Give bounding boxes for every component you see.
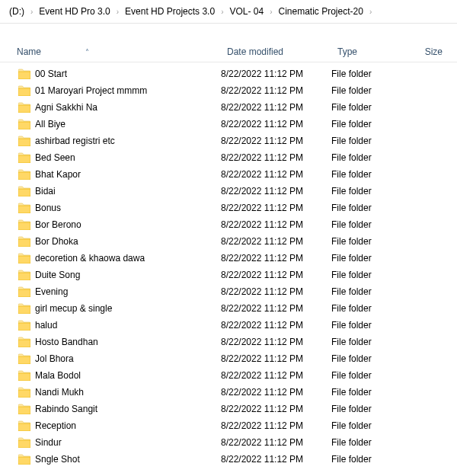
folder-icon — [18, 370, 30, 381]
file-name-label: Duite Song — [35, 270, 80, 280]
file-name-label: Sindur — [35, 437, 62, 448]
folder-icon — [18, 219, 30, 230]
file-name-label: Bhat Kapor — [35, 169, 81, 180]
column-header-date-label: Date modified — [227, 46, 283, 57]
file-row[interactable]: 00 Start8/22/2022 11:12 PMFile folder — [15, 65, 457, 82]
file-type-cell: File folder — [331, 454, 411, 465]
file-row[interactable]: Bed Seen8/22/2022 11:12 PMFile folder — [15, 149, 457, 166]
file-row[interactable]: Evening8/22/2022 11:12 PMFile folder — [15, 283, 457, 300]
folder-icon — [18, 353, 30, 364]
file-name-cell: Nandi Mukh — [15, 387, 221, 398]
file-name-cell: Evening — [15, 286, 221, 297]
folder-icon — [18, 387, 30, 398]
file-row[interactable]: Bor Dhoka8/22/2022 11:12 PMFile folder — [15, 233, 457, 250]
folder-icon — [18, 186, 30, 196]
file-type-cell: File folder — [331, 320, 411, 331]
column-header-size[interactable]: Size — [411, 42, 449, 62]
file-type-cell: File folder — [331, 119, 411, 129]
file-type-cell: File folder — [331, 136, 411, 146]
file-type-cell: File folder — [331, 169, 411, 180]
breadcrumb-item[interactable]: (D:) — [6, 5, 27, 18]
file-name-label: Mala Bodol — [35, 370, 81, 381]
file-date-cell: 8/22/2022 11:12 PM — [221, 286, 331, 297]
file-date-cell: 8/22/2022 11:12 PM — [221, 454, 331, 465]
file-row[interactable]: Duite Song8/22/2022 11:12 PMFile folder — [15, 267, 457, 283]
file-row[interactable]: 01 Maroyari Project mmmm8/22/2022 11:12 … — [15, 82, 457, 99]
folder-icon — [18, 337, 30, 347]
file-date-cell: 8/22/2022 11:12 PM — [221, 303, 331, 314]
file-date-cell: 8/22/2022 11:12 PM — [221, 437, 331, 448]
file-date-cell: 8/22/2022 11:12 PM — [221, 236, 331, 247]
file-name-cell: All Biye — [15, 119, 221, 129]
file-name-label: Evening — [35, 286, 68, 297]
file-type-cell: File folder — [331, 102, 411, 113]
file-row[interactable]: Bhat Kapor8/22/2022 11:12 PMFile folder — [15, 166, 457, 183]
file-name-label: Bor Dhoka — [35, 236, 78, 247]
file-date-cell: 8/22/2022 11:12 PM — [221, 320, 331, 331]
breadcrumb[interactable]: (D:)›Event HD Pro 3.0›Event HD Projects … — [0, 0, 457, 24]
file-name-label: Bor Berono — [35, 219, 81, 230]
file-name-cell: Bor Dhoka — [15, 236, 221, 247]
file-name-label: All Biye — [35, 119, 66, 129]
file-row[interactable]: Sngle Shot8/22/2022 11:12 PMFile folder — [15, 451, 457, 468]
file-row[interactable]: Bonus8/22/2022 11:12 PMFile folder — [15, 200, 457, 216]
file-type-cell: File folder — [331, 370, 411, 381]
file-type-cell: File folder — [331, 203, 411, 213]
file-row[interactable]: decoretion & khaowa dawa8/22/2022 11:12 … — [15, 250, 457, 267]
chevron-right-icon[interactable]: › — [268, 8, 273, 16]
file-row[interactable]: Nandi Mukh8/22/2022 11:12 PMFile folder — [15, 384, 457, 401]
folder-icon — [18, 253, 30, 264]
folder-icon — [18, 320, 30, 331]
file-row[interactable]: Agni Sakkhi Na8/22/2022 11:12 PMFile fol… — [15, 99, 457, 116]
file-date-cell: 8/22/2022 11:12 PM — [221, 102, 331, 113]
column-header-type[interactable]: Type — [331, 42, 411, 62]
file-row[interactable]: girl mecup & single8/22/2022 11:12 PMFil… — [15, 300, 457, 317]
file-row[interactable]: Hosto Bandhan8/22/2022 11:12 PMFile fold… — [15, 334, 457, 350]
chevron-right-icon[interactable]: › — [219, 8, 225, 16]
file-name-label: 01 Maroyari Project mmmm — [35, 85, 147, 96]
file-name-label: Jol Bhora — [35, 353, 74, 364]
file-date-cell: 8/22/2022 11:12 PM — [221, 387, 331, 398]
file-type-cell: File folder — [331, 420, 411, 431]
file-type-cell: File folder — [331, 69, 411, 79]
chevron-right-icon[interactable]: › — [29, 8, 34, 16]
file-name-cell: Sindur — [15, 437, 221, 448]
folder-icon — [18, 404, 30, 414]
file-name-label: 00 Start — [35, 69, 67, 79]
file-row[interactable]: Mala Bodol8/22/2022 11:12 PMFile folder — [15, 367, 457, 384]
file-name-cell: girl mecup & single — [15, 303, 221, 314]
column-header-name[interactable]: Name ˄ — [0, 42, 221, 62]
file-name-cell: Bor Berono — [15, 219, 221, 230]
file-name-cell: 00 Start — [15, 69, 221, 79]
file-row[interactable]: All Biye8/22/2022 11:12 PMFile folder — [15, 116, 457, 133]
file-row[interactable]: halud8/22/2022 11:12 PMFile folder — [15, 317, 457, 334]
folder-icon — [18, 169, 30, 180]
breadcrumb-item[interactable]: Event HD Pro 3.0 — [36, 5, 113, 18]
file-type-cell: File folder — [331, 152, 411, 163]
file-name-label: Sngle Shot — [35, 454, 80, 465]
file-row[interactable]: Jol Bhora8/22/2022 11:12 PMFile folder — [15, 350, 457, 367]
breadcrumb-item[interactable]: VOL- 04 — [226, 5, 267, 18]
chevron-right-icon[interactable]: › — [115, 8, 120, 16]
file-name-label: Reception — [35, 420, 76, 431]
file-date-cell: 8/22/2022 11:12 PM — [221, 270, 331, 280]
chevron-right-icon[interactable]: › — [368, 8, 373, 16]
breadcrumb-item[interactable]: Cinematic Project-20 — [276, 5, 366, 18]
file-date-cell: 8/22/2022 11:12 PM — [221, 69, 331, 79]
file-date-cell: 8/22/2022 11:12 PM — [221, 420, 331, 431]
column-header-date[interactable]: Date modified — [221, 42, 331, 62]
file-row[interactable]: ashirbad registri etc8/22/2022 11:12 PMF… — [15, 133, 457, 149]
file-date-cell: 8/22/2022 11:12 PM — [221, 169, 331, 180]
file-name-cell: Rabindo Sangit — [15, 404, 221, 414]
file-name-cell: ashirbad registri etc — [15, 136, 221, 146]
breadcrumb-item[interactable]: Event HD Projects 3.0 — [122, 5, 218, 18]
file-row[interactable]: Rabindo Sangit8/22/2022 11:12 PMFile fol… — [15, 401, 457, 417]
file-row[interactable]: Bidai8/22/2022 11:12 PMFile folder — [15, 183, 457, 200]
folder-icon — [18, 303, 30, 314]
column-header-name-label: Name — [17, 46, 41, 57]
file-name-label: halud — [35, 320, 57, 331]
file-row[interactable]: Sindur8/22/2022 11:12 PMFile folder — [15, 434, 457, 451]
file-row[interactable]: Bor Berono8/22/2022 11:12 PMFile folder — [15, 216, 457, 233]
file-row[interactable]: Reception8/22/2022 11:12 PMFile folder — [15, 417, 457, 434]
file-name-cell: Bhat Kapor — [15, 169, 221, 180]
